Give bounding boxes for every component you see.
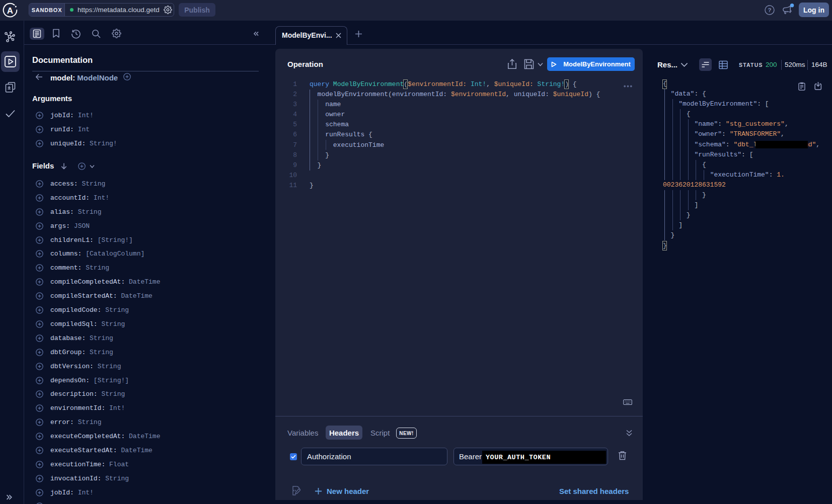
svg-text:?: ? bbox=[768, 7, 771, 13]
svg-text:A: A bbox=[7, 6, 13, 16]
